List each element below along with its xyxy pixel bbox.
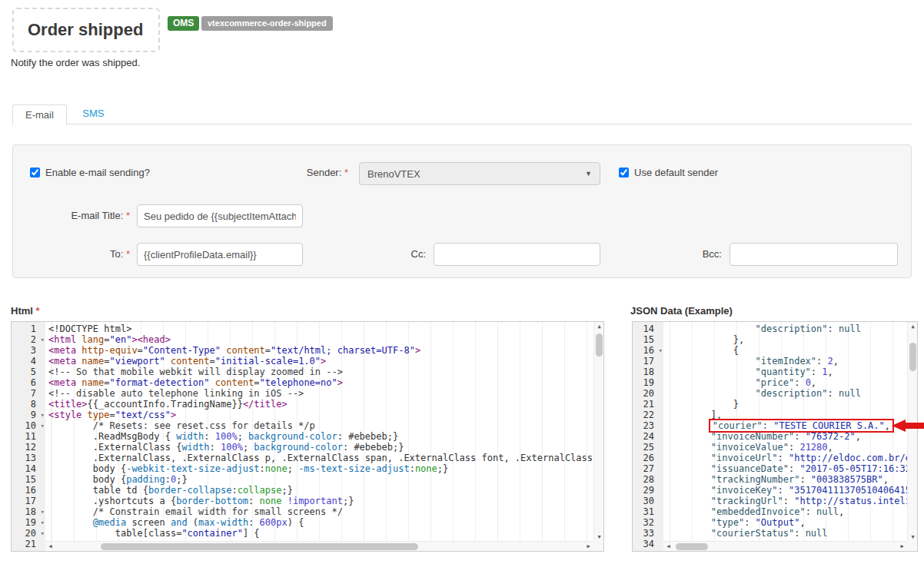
code-line: /* Constrain email width for small scree… bbox=[48, 506, 603, 517]
annotation-arrow-shaft bbox=[904, 423, 924, 429]
html-editor-vscroll-thumb[interactable] bbox=[596, 333, 603, 357]
json-editor-hscroll-thumb[interactable] bbox=[676, 543, 708, 550]
scroll-right-icon[interactable]: ▶ bbox=[897, 542, 907, 552]
line-number: 18▾ bbox=[12, 506, 45, 517]
fold-arrow-icon[interactable]: ▾ bbox=[41, 410, 45, 420]
tab-email[interactable]: E-mail bbox=[12, 105, 67, 125]
fold-arrow-icon[interactable]: ▾ bbox=[41, 528, 45, 539]
json-section-label: JSON Data (Example) bbox=[630, 305, 733, 317]
code-line: @media screen and (max-width: 600px) { bbox=[48, 517, 603, 528]
email-settings-panel: Enable e-mail sending? Sender: * BrenoVT… bbox=[12, 144, 912, 278]
code-line: "price": 0, bbox=[666, 377, 917, 388]
json-editor-code[interactable]: "description": null }, { "itemIndex": 2,… bbox=[663, 322, 917, 551]
scroll-left-icon[interactable]: ◀ bbox=[663, 542, 673, 552]
use-default-sender-label: Use default sender bbox=[634, 167, 718, 178]
line-number: 8 bbox=[12, 399, 45, 410]
code-line: <html lang="en"><head> bbox=[48, 334, 603, 345]
line-number: 13 bbox=[12, 453, 45, 463]
json-editor-gutter: 141516▾171819202122232425262728293031323… bbox=[633, 322, 663, 551]
code-line: "invoiceUrl": "http://eldoc.com.br/eld bbox=[666, 453, 917, 463]
use-default-sender-checkbox[interactable] bbox=[619, 168, 629, 177]
line-number: 28 bbox=[633, 474, 663, 485]
fold-arrow-icon[interactable]: ▾ bbox=[659, 345, 663, 356]
fold-arrow-icon[interactable]: ▾ bbox=[41, 517, 45, 528]
email-title-input[interactable] bbox=[137, 204, 303, 227]
chevron-down-icon: ▼ bbox=[585, 170, 592, 177]
line-number: 15 bbox=[12, 474, 45, 485]
code-line: "itemIndex": 2, bbox=[666, 356, 917, 367]
enable-email-checkbox[interactable] bbox=[30, 168, 40, 177]
code-line: <title>{{_accountInfo.TradingName}}</tit… bbox=[48, 399, 603, 410]
scroll-right-icon[interactable]: ▶ bbox=[583, 542, 593, 552]
sender-label: Sender: * bbox=[256, 167, 348, 178]
code-line: "courier": "TESTE COURIER S.A.", bbox=[666, 420, 917, 431]
fold-arrow-icon[interactable]: ▾ bbox=[41, 420, 45, 431]
sender-select[interactable]: BrenoVTEX ▼ bbox=[359, 162, 600, 185]
code-line: "quantity": 1, bbox=[666, 367, 917, 377]
code-line: table td {border-collapse:collapse;} bbox=[48, 485, 603, 496]
json-editor-vscroll-thumb[interactable] bbox=[909, 343, 916, 371]
line-number: 9▾ bbox=[12, 410, 45, 420]
json-editor-vertical-scrollbar[interactable]: ▲ ▼ bbox=[907, 322, 917, 542]
line-number: 11 bbox=[12, 431, 45, 442]
required-asterisk: * bbox=[36, 305, 40, 317]
code-line: <!-- So that mobile webkit will display … bbox=[48, 367, 603, 377]
to-input[interactable] bbox=[137, 243, 303, 266]
line-number: 14 bbox=[633, 323, 663, 334]
line-number: 34 bbox=[633, 539, 663, 549]
code-line: "trackingNumber": "003838575BR", bbox=[666, 474, 917, 485]
code-line: "description": null bbox=[666, 323, 917, 334]
json-data-editor[interactable]: 141516▾171819202122232425262728293031323… bbox=[632, 321, 918, 552]
to-label: To: * bbox=[13, 248, 130, 260]
line-number: 21 bbox=[633, 399, 663, 410]
line-number: 12 bbox=[12, 442, 45, 453]
code-line: <meta name="format-detection" content="t… bbox=[48, 377, 603, 388]
fold-arrow-icon[interactable]: ▾ bbox=[41, 334, 45, 345]
html-editor-horizontal-scrollbar[interactable]: ◀ ▶ bbox=[45, 541, 593, 551]
html-editor-hscroll-thumb[interactable] bbox=[101, 543, 418, 550]
bcc-label: Bcc: bbox=[683, 248, 722, 260]
html-editor-vertical-scrollbar[interactable]: ▲ ▼ bbox=[593, 322, 603, 542]
code-line: "courierStatus": null bbox=[666, 528, 917, 539]
line-number: 16▾ bbox=[633, 345, 663, 356]
html-code-editor[interactable]: 12▾3456789▾10▾1112131415161718▾19▾20▾21 … bbox=[11, 321, 604, 552]
code-line: <!-- disable auto telephone linking in i… bbox=[48, 388, 603, 399]
line-number: 4 bbox=[12, 356, 45, 367]
scroll-up-icon[interactable]: ▲ bbox=[908, 322, 918, 332]
fold-arrow-icon[interactable]: ▾ bbox=[41, 506, 45, 517]
line-number: 24 bbox=[633, 431, 663, 442]
line-number: 23 bbox=[633, 420, 663, 431]
cc-input[interactable] bbox=[434, 243, 600, 266]
code-line: body {padding:0;} bbox=[48, 474, 603, 485]
line-number: 21 bbox=[12, 539, 45, 549]
line-number: 6 bbox=[12, 377, 45, 388]
code-line: }, bbox=[666, 334, 917, 345]
line-number: 3 bbox=[12, 345, 45, 356]
code-line: "invoiceNumber": "76372-2", bbox=[666, 431, 917, 442]
scroll-up-icon[interactable]: ▲ bbox=[594, 322, 604, 332]
code-line: "description": null bbox=[666, 388, 917, 399]
code-line: "embeddedInvoice": null, bbox=[666, 506, 917, 517]
line-number: 20▾ bbox=[12, 528, 45, 539]
required-asterisk: * bbox=[344, 167, 348, 178]
line-number: 18 bbox=[633, 367, 663, 377]
code-line: <style type="text/css"> bbox=[48, 410, 603, 420]
code-line: .yshortcuts a {border-bottom: none !impo… bbox=[48, 496, 603, 506]
required-asterisk: * bbox=[126, 248, 130, 260]
line-number: 31 bbox=[633, 506, 663, 517]
line-number: 19▾ bbox=[12, 517, 45, 528]
line-number: 17 bbox=[12, 496, 45, 506]
json-editor-horizontal-scrollbar[interactable]: ◀ ▶ bbox=[663, 541, 907, 551]
line-number: 1 bbox=[12, 323, 45, 334]
code-line: "invoiceKey": "35170411137051040641550 bbox=[666, 485, 917, 496]
tab-sms[interactable]: SMS bbox=[70, 104, 116, 124]
scroll-left-icon[interactable]: ◀ bbox=[45, 542, 55, 552]
bcc-input[interactable] bbox=[730, 243, 898, 266]
html-editor-code[interactable]: <!DOCTYPE html><html lang="en"><head><me… bbox=[45, 322, 603, 551]
cc-label: Cc: bbox=[387, 248, 426, 260]
code-line: table[class="container"] { bbox=[48, 528, 603, 539]
line-number: 27 bbox=[633, 463, 663, 474]
code-line: <meta http-equiv="Content-Type" content=… bbox=[48, 345, 603, 356]
html-editor-gutter: 12▾3456789▾10▾1112131415161718▾19▾20▾21 bbox=[12, 322, 45, 551]
scrollbar-corner bbox=[907, 541, 917, 551]
